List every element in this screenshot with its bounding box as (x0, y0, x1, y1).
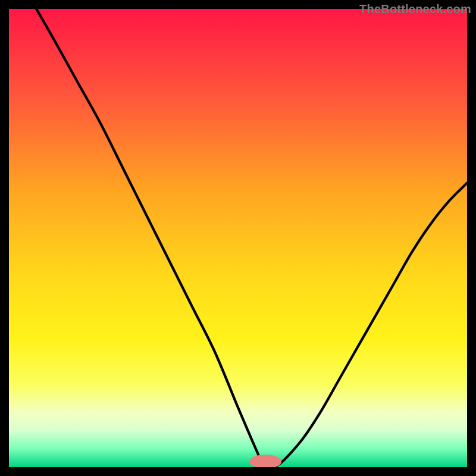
watermark-text: TheBottleneck.com (359, 2, 471, 16)
bottleneck-chart (9, 9, 467, 467)
chart-frame: TheBottleneck.com (0, 0, 476, 476)
gradient-background (9, 9, 467, 467)
